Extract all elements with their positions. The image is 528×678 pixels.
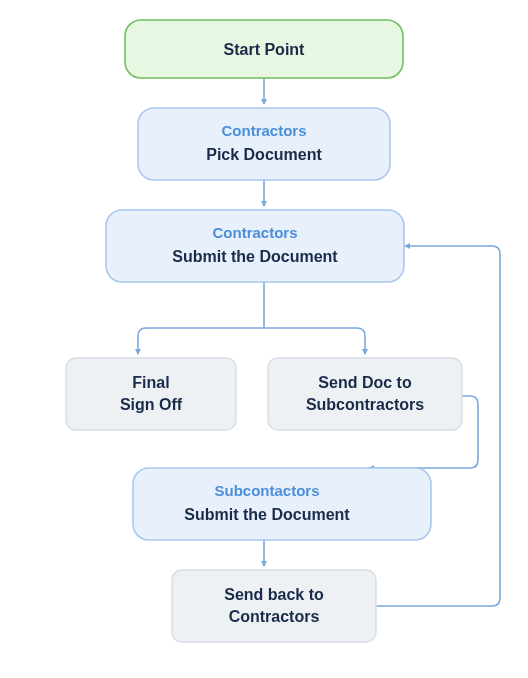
svg-rect-7 (66, 358, 236, 430)
submit-contractor-role: Contractors (212, 224, 297, 241)
send-back-line1: Send back to (224, 586, 324, 603)
send-back-line2: Contractors (229, 608, 320, 625)
node-send-subcontractors: Send Doc to Subcontractors (268, 358, 462, 430)
node-send-back: Send back to Contractors (172, 570, 376, 642)
send-sub-line1: Send Doc to (318, 374, 412, 391)
svg-rect-8 (268, 358, 462, 430)
start-label: Start Point (224, 41, 306, 58)
submit-contractor-action: Submit the Document (172, 248, 338, 265)
final-line2: Sign Off (120, 396, 183, 413)
flowchart: Start Point Contractors Pick Document Co… (0, 0, 528, 678)
node-submit-contractor: Contractors Submit the Document (106, 210, 404, 282)
pick-role: Contractors (221, 122, 306, 139)
svg-rect-10 (172, 570, 376, 642)
submit-sub-action: Submit the Document (184, 506, 350, 523)
send-sub-line2: Subcontractors (306, 396, 424, 413)
node-submit-subcontractor: Subcontactors Submit the Document (133, 468, 431, 540)
final-line1: Final (132, 374, 169, 391)
pick-action: Pick Document (206, 146, 322, 163)
submit-sub-role: Subcontactors (214, 482, 319, 499)
node-start: Start Point (125, 20, 403, 78)
svg-rect-9 (133, 468, 431, 540)
node-final-signoff: Final Sign Off (66, 358, 236, 430)
svg-rect-5 (138, 108, 390, 180)
node-pick-document: Contractors Pick Document (138, 108, 390, 180)
svg-rect-6 (106, 210, 404, 282)
